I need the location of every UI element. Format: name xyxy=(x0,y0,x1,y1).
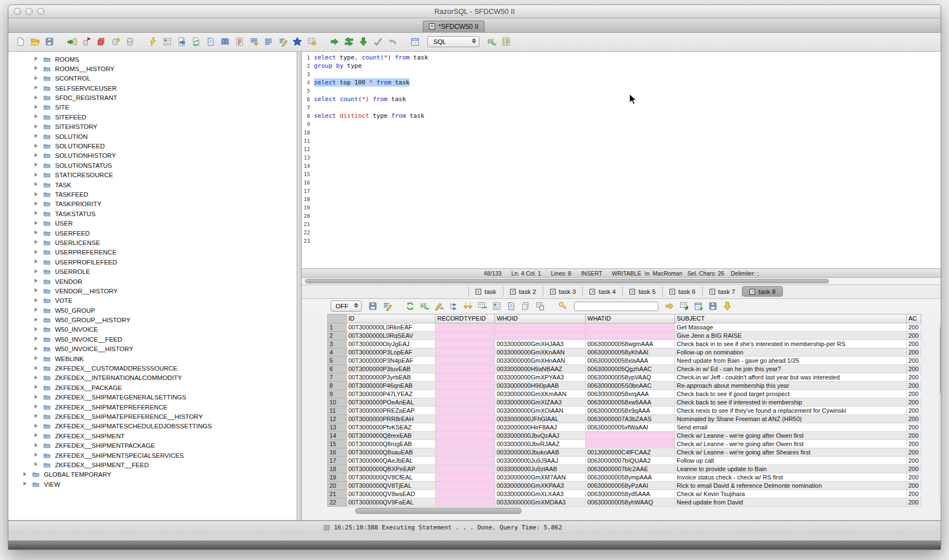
schema-book-icon[interactable] xyxy=(218,35,232,48)
editor-line[interactable]: 19 xyxy=(302,203,941,212)
disclosure-triangle-icon[interactable] xyxy=(33,152,40,159)
null-cell[interactable] xyxy=(436,406,495,414)
table-row[interactable]: 1600T3000000Q8sauEAB0033000000JbukoAAB00… xyxy=(328,448,921,456)
table-cell[interactable]: 200 xyxy=(907,373,921,381)
scrollbar-thumb[interactable] xyxy=(940,326,941,395)
disclosure-triangle-icon[interactable] xyxy=(33,162,40,169)
tree-item[interactable]: ZKFEDEX__INTERNATIONALCOMMODITY xyxy=(8,373,297,383)
table-cell[interactable]: 006300000058xlaAAA xyxy=(586,356,675,364)
sql-editor[interactable]: 1select type, count(*) from task2group b… xyxy=(302,52,941,268)
tree-item[interactable]: SITE xyxy=(8,103,297,112)
result-tab[interactable]: ×task 4 xyxy=(583,286,623,297)
table-cell[interactable]: Get Massage xyxy=(675,323,907,331)
table-cell[interactable]: 00T3000000PRR8rEAH xyxy=(347,414,436,423)
null-cell[interactable] xyxy=(436,356,495,364)
add-note-icon[interactable] xyxy=(692,299,705,313)
null-cell[interactable] xyxy=(586,331,675,339)
column-header[interactable]: WHOID xyxy=(495,314,586,323)
table-row[interactable]: 800T3000000P46qnEAB0033000000H9i0pAAB006… xyxy=(328,381,921,389)
column-header[interactable]: ID xyxy=(347,314,436,323)
null-cell[interactable] xyxy=(436,414,495,423)
editor-line[interactable]: 23 xyxy=(302,237,941,245)
table-row[interactable]: 900T3000000P47LYEAZ0033000000GmXKmAAN006… xyxy=(328,389,921,398)
table-cell[interactable]: 200 xyxy=(907,448,921,456)
table-cell[interactable]: 00T3000000Q8sauEAB xyxy=(347,448,436,456)
disclosure-triangle-icon[interactable] xyxy=(33,442,40,449)
tree-item[interactable]: SOLUTION xyxy=(8,132,297,141)
close-tab-icon[interactable]: × xyxy=(510,289,516,294)
disclosure-triangle-icon[interactable] xyxy=(33,249,40,256)
column-header[interactable]: WHATID xyxy=(586,314,675,323)
table-cell[interactable]: 0033000000Ju9J9AAJ xyxy=(495,456,586,464)
disclosure-triangle-icon[interactable] xyxy=(33,94,40,102)
save-grid-icon[interactable] xyxy=(706,299,720,313)
connect-database-icon[interactable] xyxy=(66,35,79,48)
tree-item[interactable]: ZKFEDEX__SHIPMATESCHEDULEDJOBSSETTINGS xyxy=(8,422,297,431)
result-tab[interactable]: ×task 6 xyxy=(663,286,703,297)
table-cell[interactable]: 0033000000JbukoAAB xyxy=(495,448,586,456)
null-cell[interactable] xyxy=(436,448,495,456)
table-cell[interactable]: 0033000000GmXMDAA3 xyxy=(495,498,586,506)
disclosure-triangle-icon[interactable] xyxy=(33,365,40,372)
close-tab-icon[interactable]: × xyxy=(750,289,755,294)
tree-item[interactable]: ROOMS__HISTORY xyxy=(8,64,297,73)
row-number-cell[interactable]: 3 xyxy=(328,339,347,348)
table-cell[interactable]: Check nexis to see if they've found a re… xyxy=(675,406,907,414)
table-cell[interactable]: 200 xyxy=(907,339,921,348)
row-number-cell[interactable]: 18 xyxy=(328,464,347,473)
table-row[interactable]: 1700T3000000QAeJbEAL0033000000Ju9J9AAJ00… xyxy=(328,456,921,464)
null-cell[interactable] xyxy=(495,331,586,339)
row-number-cell[interactable]: 22 xyxy=(328,498,347,506)
table-cell[interactable]: 00T3000000L0RqSEAV xyxy=(347,331,436,339)
table-cell[interactable]: Follow-up on nomination xyxy=(675,348,907,356)
disclosure-triangle-icon[interactable] xyxy=(33,452,40,459)
tree-item[interactable]: SOLUTIONHISTORY xyxy=(8,151,297,161)
table-cell[interactable]: 00T3000000QAeJbEAL xyxy=(347,456,436,464)
table-cell[interactable]: Need update from David xyxy=(675,498,907,506)
disclosure-triangle-icon[interactable] xyxy=(33,307,40,314)
table-cell[interactable]: Check w/ Leanne - we're going after Shea… xyxy=(675,448,907,456)
result-tab[interactable]: ×task 3 xyxy=(543,286,583,297)
table-cell[interactable]: 0033000000GmXHnAAN xyxy=(495,356,586,364)
table-row[interactable]: 1200T3000000PRR8rEAH0033000000JFhGlAAL00… xyxy=(328,414,921,423)
tree-item[interactable]: SOLUTIONSTATUS xyxy=(8,161,297,170)
disconnect-database-icon[interactable] xyxy=(80,35,93,48)
table-cell[interactable]: Re-approach about membership this year xyxy=(675,381,907,389)
row-number-cell[interactable]: 19 xyxy=(328,473,347,481)
refresh-pages-icon[interactable] xyxy=(189,35,203,48)
table-cell[interactable]: 0033000000HirF8AAJ xyxy=(495,423,586,431)
table-row[interactable]: 500T3000000P3N4pEAF0033000000GmXHnAAN006… xyxy=(328,356,921,364)
tree-item[interactable]: W50_INVOICE__FEED xyxy=(8,334,297,344)
favorites-star-icon[interactable] xyxy=(291,35,304,48)
table-row[interactable]: 1300T3000000PfvKSEAZ0033000000HirF8AAJ00… xyxy=(328,423,921,431)
table-cell[interactable]: Send email xyxy=(675,423,907,431)
result-tab[interactable]: ×task 2 xyxy=(503,286,543,297)
row-limit-select[interactable]: OFF xyxy=(331,301,362,312)
row-number-cell[interactable]: 12 xyxy=(328,414,347,423)
row-number-cell[interactable]: 15 xyxy=(328,439,347,448)
table-row[interactable]: 1500T3000000Q8rugEAB0033000000JbvRJAAZCh… xyxy=(328,439,921,448)
table-cell[interactable]: 00T3000000QV9FaEAL xyxy=(347,498,436,506)
scrollbar-thumb[interactable] xyxy=(355,508,522,514)
table-cell[interactable]: 0033000000JbvQzAAJ xyxy=(495,431,586,439)
export-lines-icon[interactable] xyxy=(247,35,261,48)
disclosure-triangle-icon[interactable] xyxy=(33,84,40,92)
table-cell[interactable]: 00T3000000OiyJgEAJ xyxy=(347,339,436,348)
disclosure-triangle-icon[interactable] xyxy=(33,355,40,362)
table-cell[interactable]: 200 xyxy=(907,406,921,414)
table-cell[interactable]: 00T3000000P47LYEAZ xyxy=(347,389,436,398)
tree-item[interactable]: ZKFEDEX__SHIPMENTSPECIALSERVICES xyxy=(8,451,297,460)
table-cell[interactable]: Check back to see if interested in membe… xyxy=(675,398,907,406)
null-cell[interactable] xyxy=(586,431,675,439)
result-tab[interactable]: ×task 5 xyxy=(623,286,663,297)
tree-item[interactable]: TASKPRIORITY xyxy=(8,199,297,209)
table-cell[interactable]: 006300000058yd5AAA xyxy=(586,489,675,498)
table-cell[interactable]: 0033000000H9i0pAAB xyxy=(495,381,586,389)
table-row[interactable]: 700T3000000P3yrbEAB0033000000GmXPYAA3006… xyxy=(328,373,921,381)
null-cell[interactable] xyxy=(436,489,495,498)
disclosure-triangle-icon[interactable] xyxy=(33,423,40,430)
table-cell[interactable]: 200 xyxy=(907,431,921,439)
tree-item[interactable]: USERROLE xyxy=(8,267,297,276)
tree-item[interactable]: ZKFEDEX__PACKAGE xyxy=(8,383,297,392)
split-pane-divider[interactable] xyxy=(297,52,302,520)
